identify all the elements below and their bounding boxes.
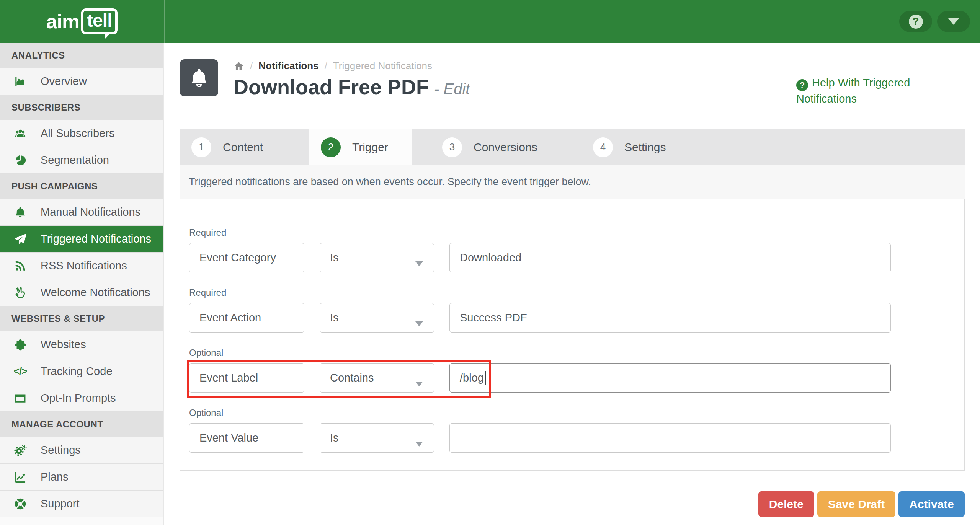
sidebar-item-label: Triggered Notifications <box>41 233 151 245</box>
tab-number: 1 <box>191 137 211 157</box>
sidebar-item-settings[interactable]: Settings <box>0 437 163 464</box>
event-action-field-label: Event Action <box>189 303 304 333</box>
sidebar-item-websites[interactable]: Websites <box>0 331 163 358</box>
activate-button[interactable]: Activate <box>898 491 965 517</box>
sidebar-item-label: Websites <box>41 338 86 351</box>
logo-text-aim: aim <box>46 10 80 33</box>
logo-speech-bubble: tell <box>81 8 118 34</box>
save-draft-button[interactable]: Save Draft <box>817 491 895 517</box>
question-circle-icon: ? <box>909 15 923 29</box>
event-value-field-label: Event Value <box>189 423 304 453</box>
sidebar-item-label: Overview <box>41 75 87 88</box>
code-icon: </> <box>0 365 41 377</box>
sidebar-item-tracking-code[interactable]: </> Tracking Code <box>0 358 163 385</box>
trigger-intro-text: Triggered notifications are based on whe… <box>180 165 965 199</box>
select-caret-icon <box>415 382 423 386</box>
top-header: aim tell ? <box>0 0 980 43</box>
tab-trigger[interactable]: 2 Trigger <box>321 129 388 165</box>
help-button[interactable]: ? <box>899 11 932 32</box>
sidebar-section-subscribers: SUBSCRIBERS <box>0 95 163 120</box>
text-cursor <box>485 371 486 385</box>
users-icon <box>0 127 41 140</box>
sidebar-item-manual-notifications[interactable]: Manual Notifications <box>0 199 163 226</box>
requirement-label: Optional <box>189 407 956 419</box>
home-icon[interactable] <box>234 61 244 72</box>
sidebar-item-segmentation[interactable]: Segmentation <box>0 147 163 174</box>
sidebar-item-welcome-notifications[interactable]: Welcome Notifications <box>0 279 163 306</box>
sidebar-item-label: Plans <box>41 471 69 483</box>
operator-value: Is <box>330 251 339 264</box>
sidebar-item-label: Tracking Code <box>41 365 113 378</box>
rss-icon <box>0 259 41 272</box>
sidebar-item-label: Settings <box>41 444 81 457</box>
sidebar-item-opt-in-prompts[interactable]: Opt-In Prompts <box>0 385 163 412</box>
bell-icon <box>188 67 210 89</box>
sidebar: ANALYTICS Overview SUBSCRIBERS All Subsc… <box>0 43 164 525</box>
tab-content[interactable]: 1 Content <box>191 129 263 165</box>
event-action-value-input[interactable] <box>449 303 891 333</box>
life-ring-icon <box>0 497 41 510</box>
event-category-field-label: Event Category <box>189 243 304 272</box>
sidebar-item-rss-notifications[interactable]: RSS Notifications <box>0 253 163 279</box>
breadcrumb-current[interactable]: Triggered Notifications <box>333 60 432 72</box>
page-title-text: Download Free PDF <box>234 75 429 99</box>
brand-logo[interactable]: aim tell <box>0 0 164 43</box>
requirement-label: Optional <box>189 347 956 359</box>
tab-number: 2 <box>321 137 341 157</box>
breadcrumb-link-notifications[interactable]: Notifications <box>258 60 318 72</box>
chart-line-icon <box>0 471 41 484</box>
footer-actions: Delete Save Draft Activate <box>164 491 965 517</box>
paper-plane-icon <box>0 233 41 246</box>
event-category-operator-select[interactable]: Is <box>320 243 434 272</box>
event-action-row: Required Event Action Is <box>189 287 956 333</box>
tab-label: Content <box>223 141 263 154</box>
page-header: / Notifications / Triggered Notification… <box>164 43 980 129</box>
page-subtitle: - Edit <box>434 80 470 98</box>
tab-settings[interactable]: 4 Settings <box>593 129 666 165</box>
requirement-label: Required <box>189 227 956 238</box>
sidebar-section-push-campaigns: PUSH CAMPAIGNS <box>0 174 163 199</box>
trigger-form-card: Required Event Category Is Required Even… <box>180 199 965 471</box>
help-with-triggered-notifications-link[interactable]: ?Help With Triggered Notifications <box>796 75 965 107</box>
breadcrumb-separator: / <box>325 60 327 72</box>
sidebar-item-label: All Subscribers <box>41 127 114 140</box>
tab-label: Trigger <box>352 141 388 154</box>
event-label-field-label: Event Label <box>189 363 304 393</box>
event-value-row: Optional Event Value Is <box>189 407 956 453</box>
sidebar-section-manage-account: MANAGE ACCOUNT <box>0 412 163 437</box>
hand-peace-icon <box>0 286 41 299</box>
select-caret-icon <box>415 442 423 447</box>
topbar-actions: ? <box>899 11 970 32</box>
sidebar-item-label: Segmentation <box>41 154 109 166</box>
sidebar-item-all-subscribers[interactable]: All Subscribers <box>0 120 163 147</box>
event-label-operator-select[interactable]: Contains <box>320 363 434 393</box>
event-label-value-text: /blog <box>460 372 484 384</box>
operator-value: Is <box>330 311 339 324</box>
tab-number: 3 <box>442 137 462 157</box>
event-value-value-input[interactable] <box>449 423 891 453</box>
sidebar-item-label: RSS Notifications <box>41 259 127 272</box>
tab-conversions[interactable]: 3 Conversions <box>442 129 537 165</box>
select-caret-icon <box>415 321 423 326</box>
sidebar-item-plans[interactable]: Plans <box>0 464 163 491</box>
operator-value: Is <box>330 432 339 444</box>
event-action-operator-select[interactable]: Is <box>320 303 434 333</box>
event-label-value-input[interactable]: /blog <box>449 363 891 393</box>
wizard-tabs: 1 Content 2 Trigger 3 Conversions 4 Sett… <box>180 129 965 165</box>
help-link-label: Help With Triggered Notifications <box>796 77 910 105</box>
requirement-label: Required <box>189 287 956 298</box>
event-value-operator-select[interactable]: Is <box>320 423 434 453</box>
sidebar-section-analytics: ANALYTICS <box>0 43 163 68</box>
operator-value: Contains <box>330 372 374 384</box>
sidebar-item-triggered-notifications[interactable]: Triggered Notifications <box>0 226 163 253</box>
account-menu-button[interactable] <box>937 11 970 32</box>
event-category-value-input[interactable] <box>449 243 891 272</box>
sidebar-item-support[interactable]: Support <box>0 491 163 517</box>
sidebar-section-websites-setup: WEBSITES & SETUP <box>0 306 163 331</box>
delete-button[interactable]: Delete <box>758 491 814 517</box>
title-block: / Notifications / Triggered Notification… <box>234 59 470 129</box>
aimtell-logo: aim tell <box>46 8 118 34</box>
main-content: / Notifications / Triggered Notification… <box>164 43 980 525</box>
sidebar-item-overview[interactable]: Overview <box>0 68 163 95</box>
tab-number: 4 <box>593 137 613 157</box>
